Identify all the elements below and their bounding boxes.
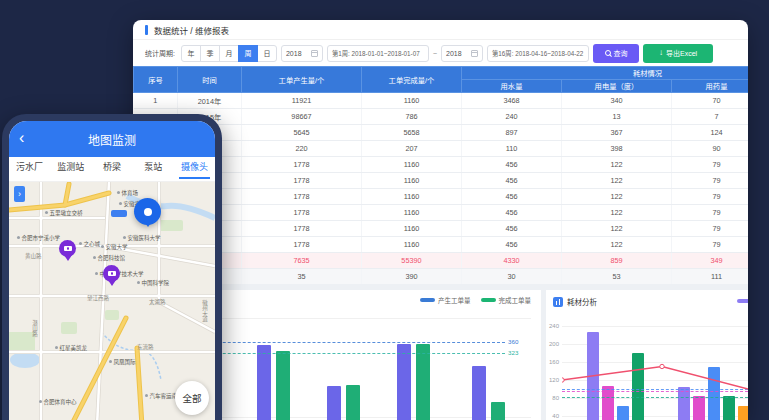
selected-camera-marker[interactable]: [134, 198, 161, 225]
map-expand-button[interactable]: ›: [14, 186, 25, 202]
y-axis-tick: 160: [546, 359, 559, 365]
period-label: 统计周期:: [145, 48, 175, 58]
right-chart-title-row: 耗材分析: [553, 296, 597, 307]
reference-label: 360: [508, 338, 518, 345]
sub-col-header: 用药量: [672, 80, 749, 93]
map-label: 合肥市宁溪小学: [17, 234, 60, 242]
table-row: 102023年177811604561227967: [134, 237, 749, 253]
left-chart-legend: 产生工单量完成工单量: [420, 295, 531, 305]
total-row: 合计7635553904330859349332: [134, 253, 749, 269]
map-canvas[interactable]: › 全部 体育场安徽农业大学五里墩立交桥合肥市宁溪小学安徽医科大学之心城安徽大学…: [9, 182, 215, 420]
chart-icon: [553, 297, 563, 307]
phone-tab-bar: 污水厂监测站桥梁泵站摄像头: [9, 157, 215, 182]
breadcrumb-accent: [145, 25, 148, 35]
breadcrumb: 数据统计 / 维修报表: [154, 24, 229, 36]
period-option[interactable]: 周: [238, 45, 258, 62]
calendar-icon: [471, 50, 478, 57]
phone-tab-污水厂[interactable]: 污水厂: [9, 157, 50, 181]
bar-产生工单量: [472, 366, 486, 420]
trend-line: [562, 314, 748, 420]
filter-bar: 统计周期: 年季月周日 2018 第1周: 2018-01-01~2018-01…: [133, 40, 748, 66]
map-label: 合肥科技馆: [93, 254, 125, 262]
map-label: 望江西路: [87, 294, 109, 302]
table-row: 72020年177811604561227967: [134, 189, 749, 205]
map-label: 黄山路: [25, 252, 42, 260]
map-label: 五里墩立交桥: [45, 209, 83, 217]
legend-item: 产生工单量: [420, 295, 471, 305]
period-option[interactable]: 年: [181, 45, 201, 62]
table-row: 52018年177811604561227967: [134, 157, 749, 173]
bar-产生工单量: [397, 344, 411, 420]
start-week-input[interactable]: 第1周: 2018-01-01~2018-01-07: [327, 45, 429, 62]
camera-pin[interactable]: [103, 265, 120, 282]
map-label: 徽州大道: [201, 300, 209, 322]
report-table-wrap: 序号时间工单产生量/个工单完成量/个耗材情况用水量用电量（度）用药量水量1201…: [133, 66, 748, 284]
map-label: 太湖路: [149, 298, 166, 306]
legend-swatch: [420, 298, 435, 302]
reference-label: 323: [508, 349, 518, 356]
breadcrumb-bar: 数据统计 / 维修报表: [133, 20, 748, 40]
right-chart-plot: [562, 314, 748, 420]
period-option[interactable]: 月: [219, 45, 239, 62]
map-label: 之心城: [79, 240, 100, 248]
report-table: 序号时间工单产生量/个工单完成量/个耗材情况用水量用电量（度）用药量水量1201…: [133, 66, 748, 284]
table-row: 12014年119211160346834070250: [134, 93, 749, 109]
bar-完成工单量: [346, 385, 360, 420]
table-row: 82021年177811604561227967: [134, 205, 749, 221]
map-label: 安徽医科大学: [123, 234, 161, 242]
phone-tab-摄像头[interactable]: 摄像头: [174, 157, 215, 181]
query-button[interactable]: 查询: [593, 44, 639, 63]
col-header: 工单完成量/个: [362, 67, 462, 93]
y-axis-tick: 200: [546, 341, 559, 347]
camera-icon: [108, 271, 116, 276]
right-chart-title: 耗材分析: [567, 296, 597, 307]
start-year-select[interactable]: 2018: [281, 45, 323, 62]
map-label: 东流路: [137, 343, 154, 351]
end-week-input[interactable]: 第16周: 2018-04-16~2018-04-22: [487, 45, 589, 62]
phone-title: 地图监测: [88, 131, 136, 148]
range-separator: ~: [433, 50, 437, 57]
y-axis-tick: 240: [546, 323, 559, 329]
bar-产生工单量: [257, 345, 271, 420]
y-axis-tick: 80: [546, 395, 559, 401]
phone-tab-桥梁[interactable]: 桥梁: [91, 157, 132, 181]
map-label: 红星美凯龙: [55, 344, 87, 352]
map-label: 体育场: [117, 189, 138, 197]
bar-完成工单量: [276, 351, 290, 420]
sub-col-header: 用电量（度）: [562, 80, 672, 93]
dashboard-window: 数据统计 / 维修报表 统计周期: 年季月周日 2018 第1周: 2018-0…: [133, 20, 748, 420]
charts-area: 产生工单量完成工单量 360323 耗材分析 2402001601208040: [133, 284, 748, 420]
table-row: 22015年98667786240137690: [134, 109, 749, 125]
back-icon[interactable]: ‹: [19, 130, 24, 146]
start-year-value: 2018: [286, 50, 302, 57]
table-row: 92022年177811604561227967: [134, 221, 749, 237]
calendar-icon: [311, 50, 318, 57]
phone-tab-监测站[interactable]: 监测站: [50, 157, 91, 181]
period-group: 年季月周日: [181, 45, 277, 62]
col-header: 时间: [178, 67, 242, 93]
map-label: 中国科学院: [137, 279, 169, 287]
right-chart-legend-swatch: [737, 299, 748, 303]
legend-swatch: [481, 298, 496, 302]
road-badge: [111, 210, 127, 217]
sub-col-header: 用水量: [462, 80, 562, 93]
group-header: 耗材情况: [462, 67, 749, 80]
export-excel-button[interactable]: ↓ 导出Excel: [643, 44, 713, 63]
camera-pin[interactable]: [59, 240, 76, 257]
map-label: 合肥体育中心: [39, 398, 77, 406]
col-header: 序号: [134, 67, 178, 93]
camera-icon: [64, 246, 72, 251]
bar-产生工单量: [327, 386, 341, 420]
period-option[interactable]: 季: [200, 45, 220, 62]
consumable-chart-card: 耗材分析 2402001601208040: [546, 290, 748, 420]
all-button[interactable]: 全部: [175, 381, 209, 415]
bar-完成工单量: [416, 344, 430, 420]
y-axis-tick: 40: [546, 413, 559, 419]
period-option[interactable]: 日: [257, 45, 277, 62]
y-axis-tick: 120: [546, 377, 559, 383]
phone-tab-泵站[interactable]: 泵站: [133, 157, 174, 181]
phone-screen: ‹ 地图监测 污水厂监测站桥梁泵站摄像头: [9, 121, 215, 420]
table-row: 42017年2202071103989019: [134, 141, 749, 157]
map-label: 安徽大学: [101, 243, 128, 251]
end-year-select[interactable]: 2018: [441, 45, 483, 62]
